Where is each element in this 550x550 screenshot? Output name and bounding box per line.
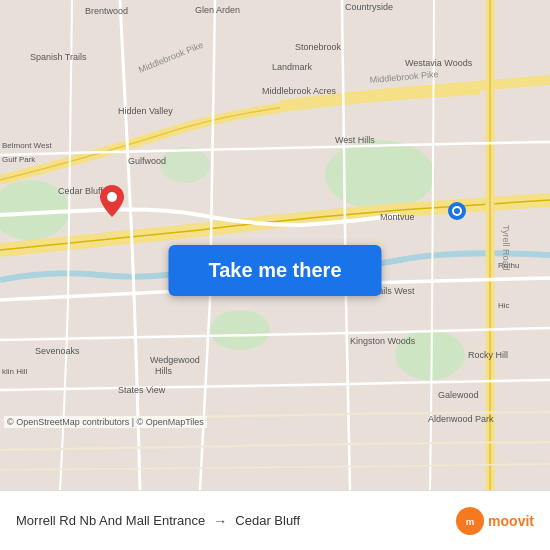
svg-point-3 (210, 310, 270, 350)
svg-text:Countryside: Countryside (345, 2, 393, 12)
svg-text:Gulfwood: Gulfwood (128, 156, 166, 166)
svg-text:Cedar Bluff: Cedar Bluff (58, 186, 103, 196)
moovit-icon: m (456, 507, 484, 535)
svg-text:Wedgewood: Wedgewood (150, 355, 200, 365)
take-me-there-button[interactable]: Take me there (168, 245, 381, 296)
bottom-bar: Morrell Rd Nb And Mall Entrance → Cedar … (0, 490, 550, 550)
svg-text:Glen Arden: Glen Arden (195, 5, 240, 15)
svg-point-5 (160, 147, 210, 183)
svg-point-1 (325, 140, 435, 210)
svg-text:m: m (466, 516, 475, 527)
svg-text:Montvue: Montvue (380, 212, 415, 222)
svg-text:Hidden Valley: Hidden Valley (118, 106, 173, 116)
svg-text:Galewood: Galewood (438, 390, 479, 400)
svg-text:Middlebrook Acres: Middlebrook Acres (262, 86, 337, 96)
svg-text:States View: States View (118, 385, 166, 395)
svg-text:Hills: Hills (155, 366, 172, 376)
svg-point-41 (454, 208, 460, 214)
destination-label: Cedar Bluff (235, 513, 300, 528)
origin-pin (100, 185, 124, 221)
route-arrow: → (213, 513, 227, 529)
svg-text:klin Hill: klin Hill (2, 367, 28, 376)
moovit-logo: m moovit (456, 507, 534, 535)
svg-text:Belmont West: Belmont West (2, 141, 52, 150)
svg-text:Rocky Hill: Rocky Hill (468, 350, 508, 360)
map-container: Middlebrook Pike Middlebrook Pike Tyrell… (0, 0, 550, 490)
svg-text:Brentwood: Brentwood (85, 6, 128, 16)
svg-text:Rothu: Rothu (498, 261, 519, 270)
moovit-text: moovit (488, 513, 534, 529)
svg-text:Kingston Woods: Kingston Woods (350, 336, 416, 346)
origin-label: Morrell Rd Nb And Mall Entrance (16, 513, 205, 528)
map-attribution: © OpenStreetMap contributors | © OpenMap… (4, 416, 207, 428)
svg-text:Stonebrook: Stonebrook (295, 42, 342, 52)
svg-text:Aldenwood Park: Aldenwood Park (428, 414, 494, 424)
destination-pin (448, 202, 466, 224)
svg-text:West Hills: West Hills (335, 135, 375, 145)
svg-text:Westavia Woods: Westavia Woods (405, 58, 473, 68)
svg-point-38 (107, 192, 117, 202)
svg-text:Landmark: Landmark (272, 62, 313, 72)
svg-text:Spanish Trails: Spanish Trails (30, 52, 87, 62)
svg-text:Hic: Hic (498, 301, 510, 310)
svg-text:Gulf Park: Gulf Park (2, 155, 36, 164)
svg-text:Sevenoaks: Sevenoaks (35, 346, 80, 356)
